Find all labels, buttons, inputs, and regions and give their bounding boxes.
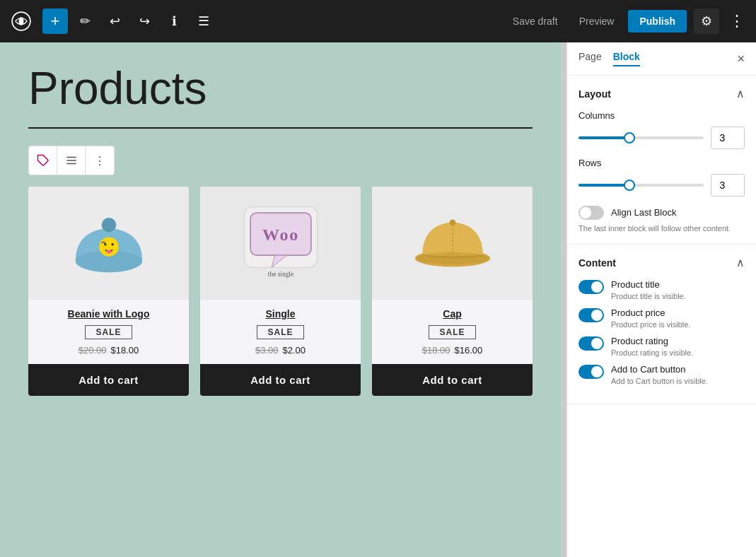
product-title-toggle-row: Product title Product title is visible. [578, 279, 745, 300]
undo-button[interactable]: ↩ [102, 8, 127, 34]
add-to-cart-toggle-row: Add to Cart button Add to Cart button is… [578, 364, 745, 385]
product-price-2: $3.00 $2.00 [255, 345, 306, 356]
align-last-desc: The last inner block will follow other c… [578, 224, 745, 233]
product-image-2: Woo the single [200, 187, 361, 300]
content-section: Content ∧ Product title Product title is… [567, 245, 756, 404]
canvas: Products ⋮ [0, 42, 561, 557]
add-to-cart-toggle[interactable] [578, 365, 604, 379]
save-draft-button[interactable]: Save draft [506, 11, 565, 31]
product-body-1: Beanie with Logo SALE $20.00 $18.00 [28, 300, 189, 364]
svg-point-9 [99, 238, 118, 257]
layout-chevron-icon: ∧ [736, 87, 745, 100]
add-to-cart-label: Add to Cart button [611, 364, 708, 375]
product-image-1 [28, 187, 189, 300]
columns-label: Columns [578, 110, 745, 121]
align-last-label: Align Last Block [611, 207, 677, 218]
page-title: Products [28, 64, 533, 113]
svg-point-11 [111, 243, 113, 245]
svg-point-12 [106, 250, 111, 254]
toolbar-right: Save draft Preview Publish ⚙ ⋮ [506, 8, 748, 34]
columns-slider-control: 3 [578, 127, 745, 149]
product-rating-desc: Product rating is visible. [611, 348, 693, 357]
main-layout: Products ⋮ [0, 42, 756, 557]
right-panel: Page Block × Layout ∧ Columns 3 Rows [566, 42, 756, 557]
product-title-desc: Product title is visible. [611, 292, 686, 300]
svg-point-18 [449, 220, 455, 226]
content-section-header[interactable]: Content ∧ [578, 256, 745, 269]
product-card-3: Cap SALE $18.00 $16.00 Add to cart [372, 187, 533, 396]
settings-button[interactable]: ⚙ [694, 8, 719, 34]
panel-header: Page Block × [567, 42, 756, 76]
rows-slider-control: 3 [578, 174, 745, 197]
scrollbar[interactable] [561, 42, 566, 557]
sale-badge-3: SALE [429, 325, 475, 339]
sale-badge-1: SALE [85, 325, 132, 339]
svg-point-8 [101, 218, 116, 233]
preview-button[interactable]: Preview [572, 11, 622, 31]
block-more-button[interactable]: ⋮ [86, 146, 114, 175]
layout-section-title: Layout [578, 88, 611, 100]
add-to-cart-desc: Add to Cart button is visible. [611, 377, 708, 385]
svg-text:the single: the single [267, 271, 293, 278]
tab-page[interactable]: Page [578, 51, 602, 66]
product-rating-label: Product rating [611, 336, 693, 346]
layout-section: Layout ∧ Columns 3 Rows 3 [567, 76, 756, 245]
svg-point-19 [416, 252, 489, 264]
add-block-button[interactable]: + [42, 8, 68, 34]
product-name-2: Single [265, 308, 295, 319]
divider [28, 127, 533, 129]
add-to-cart-button-1[interactable]: Add to cart [28, 364, 189, 396]
product-rating-toggle[interactable] [578, 336, 604, 351]
price-sale-3: $16.00 [455, 345, 483, 356]
list-view-button[interactable]: ☰ [191, 8, 216, 34]
align-last-row: Align Last Block [578, 205, 745, 220]
svg-point-10 [104, 243, 106, 245]
product-title-label: Product title [611, 279, 686, 290]
columns-number-input[interactable]: 3 [711, 127, 745, 149]
sale-badge-2: SALE [257, 325, 303, 339]
add-to-cart-button-2[interactable]: Add to cart [200, 364, 361, 396]
rows-slider[interactable] [578, 184, 704, 187]
product-name-3: Cap [443, 308, 461, 319]
info-button[interactable]: ℹ [161, 8, 187, 34]
publish-button[interactable]: Publish [628, 10, 687, 33]
product-price-1: $20.00 $18.00 [78, 345, 139, 356]
columns-slider[interactable] [578, 136, 704, 139]
product-card-1: Beanie with Logo SALE $20.00 $18.00 Add … [28, 187, 189, 396]
tab-block[interactable]: Block [613, 51, 640, 66]
price-original-3: $18.00 [422, 345, 450, 356]
price-sale-2: $2.00 [283, 345, 306, 356]
canvas-inner: Products ⋮ [28, 64, 533, 396]
products-grid: Beanie with Logo SALE $20.00 $18.00 Add … [28, 187, 533, 396]
toolbar-left: + ✏ ↩ ↪ ℹ ☰ [8, 8, 216, 34]
panel-close-button[interactable]: × [737, 52, 745, 65]
align-last-toggle[interactable] [578, 206, 604, 220]
product-price-toggle[interactable] [578, 308, 604, 322]
product-image-3 [372, 187, 533, 300]
product-price-3: $18.00 $16.00 [422, 345, 483, 356]
price-sale-1: $18.00 [111, 345, 139, 356]
rows-label: Rows [578, 158, 745, 168]
layout-section-header[interactable]: Layout ∧ [578, 87, 745, 100]
add-to-cart-button-3[interactable]: Add to cart [372, 364, 533, 396]
svg-point-1 [19, 17, 24, 25]
edit-button[interactable]: ✏ [72, 8, 98, 34]
product-title-toggle[interactable] [578, 280, 604, 294]
price-original-2: $3.00 [255, 345, 279, 356]
content-section-title: Content [578, 257, 616, 269]
product-name-1: Beanie with Logo [68, 308, 150, 319]
product-rating-toggle-row: Product rating Product rating is visible… [578, 336, 745, 357]
block-list-button[interactable] [57, 146, 86, 175]
product-body-3: Cap SALE $18.00 $16.00 [372, 300, 533, 364]
price-original-1: $20.00 [78, 345, 107, 356]
more-options-button[interactable]: ⋮ [726, 12, 748, 30]
rows-slider-row: Rows 3 [578, 158, 745, 197]
product-price-label: Product price [611, 307, 691, 318]
rows-number-input[interactable]: 3 [711, 174, 745, 197]
redo-button[interactable]: ↪ [132, 8, 157, 34]
product-price-toggle-row: Product price Product price is visible. [578, 307, 745, 329]
block-tag-button[interactable] [29, 146, 57, 175]
content-chevron-icon: ∧ [736, 256, 745, 269]
product-card-2: Woo the single Single SALE $3.00 $2.00 [200, 187, 361, 396]
product-price-desc: Product price is visible. [611, 320, 691, 329]
